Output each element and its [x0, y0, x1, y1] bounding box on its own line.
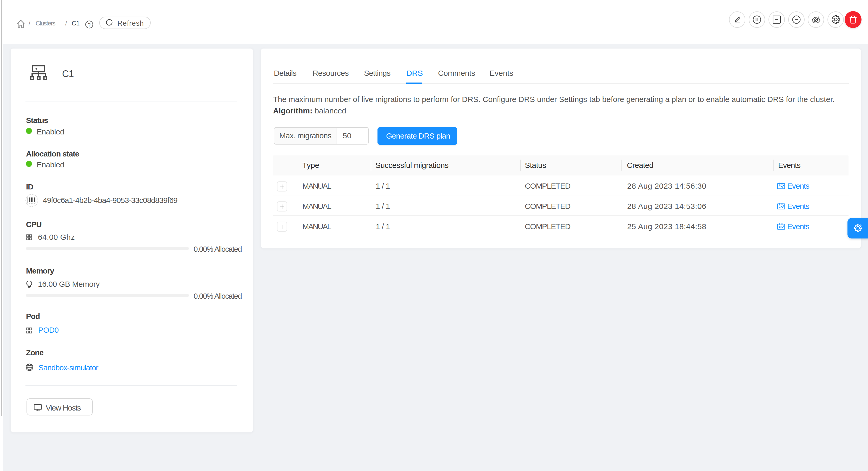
svg-text:?: ? [88, 22, 91, 28]
